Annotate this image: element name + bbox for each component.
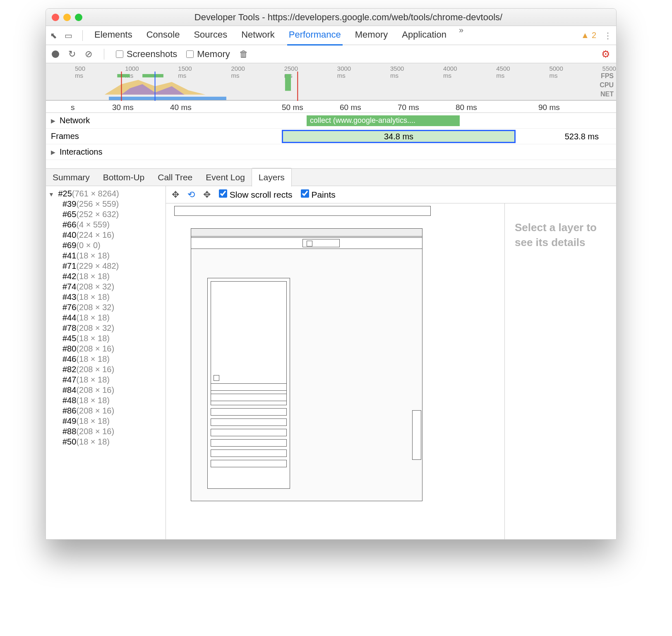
- subtab-bottom-up[interactable]: Bottom-Up: [96, 168, 151, 186]
- inspect-icon[interactable]: ⬉: [50, 31, 57, 41]
- tab-elements[interactable]: Elements: [93, 25, 134, 45]
- layer-tree-item[interactable]: #88(208 × 16): [46, 426, 166, 437]
- layer-wireframe[interactable]: [211, 418, 287, 426]
- layer-tree-item[interactable]: #43(18 × 18): [46, 292, 166, 302]
- screenshots-toggle[interactable]: Screenshots: [116, 49, 177, 60]
- layer-tree-item[interactable]: #69(0 × 0): [46, 240, 166, 251]
- layer-tree-item[interactable]: #42(18 × 18): [46, 271, 166, 282]
- warning-badge[interactable]: ▲ 2: [581, 31, 596, 40]
- layer-tree-item[interactable]: #78(208 × 32): [46, 323, 166, 333]
- ruler-tick: 90 ms: [538, 103, 560, 112]
- slow-scroll-toggle[interactable]: Slow scroll rects: [219, 189, 293, 200]
- pan-icon[interactable]: ✥: [172, 189, 179, 200]
- layer-wireframe[interactable]: [211, 450, 287, 457]
- layer-canvas[interactable]: [166, 203, 504, 539]
- layer-tree-item[interactable]: #84(208 × 16): [46, 385, 166, 395]
- layer-wireframe[interactable]: [214, 375, 219, 381]
- subtab-layers[interactable]: Layers: [252, 168, 292, 186]
- layer-tree-item[interactable]: #65(252 × 632): [46, 209, 166, 220]
- layer-wireframe[interactable]: [191, 228, 422, 237]
- layer-wireframe[interactable]: [211, 383, 287, 391]
- tab-performance[interactable]: Performance: [287, 25, 343, 45]
- ruler-tick: 30 ms: [112, 103, 134, 112]
- paints-label: Paints: [311, 190, 335, 199]
- subtab-call-tree[interactable]: Call Tree: [151, 168, 199, 186]
- layer-wireframe[interactable]: [211, 439, 287, 447]
- layer-tree-item[interactable]: #82(208 × 16): [46, 364, 166, 375]
- memory-toggle[interactable]: Memory: [186, 49, 230, 60]
- layer-wireframe[interactable]: [307, 241, 312, 246]
- tab-console[interactable]: Console: [145, 25, 182, 45]
- device-toggle-icon[interactable]: ▭: [65, 31, 72, 41]
- rotate-icon[interactable]: ⟲: [187, 189, 195, 200]
- tab-sources[interactable]: Sources: [192, 25, 229, 45]
- layer-wireframe[interactable]: [211, 429, 287, 436]
- layer-tree-item[interactable]: #44(18 × 18): [46, 313, 166, 323]
- layer-tree-item[interactable]: ▼ #25(761 × 8264): [46, 189, 166, 199]
- frame-bar[interactable]: 34.8 ms: [282, 130, 516, 143]
- layer-tree-item[interactable]: #41(18 × 18): [46, 251, 166, 261]
- layer-tree-item[interactable]: #66(4 × 559): [46, 220, 166, 230]
- layer-tree-item[interactable]: #47(18 × 18): [46, 375, 166, 385]
- flame-ruler: s30 ms40 ms50 ms60 ms70 ms80 ms90 ms: [46, 100, 616, 113]
- layer-tree-item[interactable]: #46(18 × 18): [46, 354, 166, 364]
- layer-tree-item[interactable]: #50(18 × 18): [46, 437, 166, 447]
- tab-network[interactable]: Network: [240, 25, 276, 45]
- capture-settings-icon[interactable]: ⚙: [601, 48, 610, 60]
- titlebar: Developer Tools - https://developers.goo…: [46, 9, 616, 26]
- layer-tree-item[interactable]: #71(229 × 482): [46, 261, 166, 271]
- zoom-window-button[interactable]: [75, 14, 82, 21]
- layer-wireframe[interactable]: [211, 460, 287, 467]
- layer-detail-pane: Select a layer to see its details: [504, 203, 616, 539]
- perf-toolbar: ↻ ⊘ Screenshots Memory 🗑 ⚙: [46, 45, 616, 63]
- layer-tree-item[interactable]: #80(208 × 16): [46, 344, 166, 354]
- overview-panel[interactable]: 500 ms 1000 ms 1500 ms 2000 ms 2500 ms 3…: [46, 63, 616, 100]
- layer-wireframe[interactable]: [211, 408, 287, 416]
- warning-count: 2: [592, 31, 596, 40]
- subtab-summary[interactable]: Summary: [46, 168, 96, 186]
- window-title: Developer Tools - https://developers.goo…: [86, 12, 610, 23]
- layer-tree-item[interactable]: #39(256 × 559): [46, 199, 166, 209]
- paints-checkbox[interactable]: [301, 189, 309, 198]
- layer-tree[interactable]: ▼ #25(761 × 8264)#39(256 × 559)#65(252 ×…: [46, 186, 166, 539]
- trash-icon[interactable]: 🗑: [239, 49, 248, 60]
- memory-checkbox[interactable]: [186, 50, 194, 58]
- reload-icon[interactable]: ↻: [68, 49, 76, 60]
- slow-scroll-checkbox[interactable]: [219, 189, 227, 198]
- disclosure-triangle-icon[interactable]: ▶: [51, 149, 55, 155]
- layer-wireframe[interactable]: [412, 410, 421, 460]
- layer-wireframe[interactable]: [211, 394, 287, 401]
- tab-memory[interactable]: Memory: [353, 25, 389, 45]
- layer-tree-item[interactable]: #76(208 × 32): [46, 302, 166, 313]
- reset-view-icon[interactable]: ✥: [203, 189, 211, 200]
- layer-tree-item[interactable]: #49(18 × 18): [46, 416, 166, 426]
- layer-tree-item[interactable]: #86(208 × 16): [46, 406, 166, 416]
- record-button[interactable]: [52, 50, 59, 58]
- subtab-event-log[interactable]: Event Log: [199, 168, 252, 186]
- detail-tabs: Summary Bottom-Up Call Tree Event Log La…: [46, 169, 616, 186]
- kebab-menu-icon[interactable]: ⋮: [604, 31, 612, 41]
- flame-chart[interactable]: s30 ms40 ms50 ms60 ms70 ms80 ms90 ms ▶Ne…: [46, 100, 616, 169]
- interactions-track[interactable]: ▶Interactions: [46, 144, 616, 160]
- network-request-bar[interactable]: collect (www.google-analytics....: [307, 115, 460, 126]
- frames-track[interactable]: Frames 34.8 ms 523.8 ms: [46, 129, 616, 144]
- ov-label-cpu: CPU: [600, 81, 614, 90]
- close-window-button[interactable]: [52, 14, 59, 21]
- screenshots-checkbox[interactable]: [116, 50, 123, 58]
- ruler-tick: 50 ms: [282, 103, 303, 112]
- layer-wireframe[interactable]: [174, 206, 431, 216]
- layer-tree-item[interactable]: #48(18 × 18): [46, 395, 166, 406]
- layers-panel: ▼ #25(761 × 8264)#39(256 × 559)#65(252 ×…: [46, 186, 616, 539]
- layer-tree-item[interactable]: #74(208 × 32): [46, 282, 166, 292]
- layer-tree-item[interactable]: #45(18 × 18): [46, 333, 166, 344]
- network-track[interactable]: ▶Network collect (www.google-analytics..…: [46, 113, 616, 129]
- minimize-window-button[interactable]: [63, 14, 71, 21]
- layer-tree-item[interactable]: #40(224 × 16): [46, 230, 166, 240]
- disclosure-triangle-icon[interactable]: ▶: [51, 117, 55, 124]
- network-track-label: Network: [60, 116, 90, 125]
- tab-application[interactable]: Application: [400, 25, 448, 45]
- paints-toggle[interactable]: Paints: [301, 189, 336, 200]
- clear-icon[interactable]: ⊘: [85, 49, 92, 60]
- more-tabs-icon[interactable]: »: [459, 25, 463, 45]
- ruler-tick: 40 ms: [170, 103, 192, 112]
